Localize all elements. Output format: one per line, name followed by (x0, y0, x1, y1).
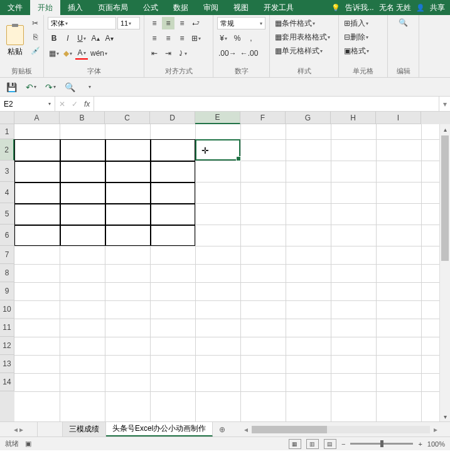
user-name[interactable]: 无名 无姓 (379, 3, 411, 13)
expand-formula-bar[interactable]: ▾ (439, 97, 450, 111)
col-header-A[interactable]: A (14, 112, 60, 124)
col-header-E[interactable]: E (195, 112, 240, 124)
currency-button[interactable]: ¥▾ (217, 32, 230, 45)
zoom-in-button[interactable]: + (418, 440, 422, 448)
number-format-select[interactable]: 常规▾ (217, 17, 265, 29)
percent-button[interactable]: % (231, 32, 244, 45)
row-header-6[interactable]: 6 (0, 225, 14, 246)
vertical-scrollbar[interactable]: ▴ ▾ (439, 124, 450, 421)
view-pagebreak-button[interactable]: ▤ (324, 439, 336, 449)
row-header-12[interactable]: 12 (0, 337, 14, 355)
fill-color-button[interactable]: ◆▾ (62, 47, 74, 60)
sheet-tab-2[interactable]: 头条号Excel办公小动画制作 (106, 422, 213, 436)
delete-cells-button[interactable]: ⊟ 删除▾ (343, 31, 383, 43)
align-middle-button[interactable]: ≡ (162, 17, 174, 29)
view-normal-button[interactable]: ▦ (289, 439, 301, 449)
decrease-decimal-button[interactable]: ←.00 (239, 47, 260, 60)
comma-button[interactable]: , (245, 32, 257, 45)
row-header-5[interactable]: 5 (0, 203, 14, 225)
formula-input[interactable] (94, 97, 439, 111)
row-header-3[interactable]: 3 (0, 161, 14, 182)
align-center-button[interactable]: ≡ (162, 32, 174, 45)
tab-insert[interactable]: 插入 (60, 0, 90, 15)
macro-record-icon[interactable]: ▣ (25, 440, 31, 448)
orientation-button[interactable]: ⤸▾ (176, 47, 188, 60)
enter-icon[interactable]: ✓ (72, 100, 78, 108)
add-sheet-button[interactable]: ⊕ (213, 422, 232, 436)
tab-data[interactable]: 数据 (166, 0, 196, 15)
border-button[interactable]: ▦▾ (48, 47, 60, 60)
tab-file[interactable]: 文件 (0, 0, 30, 15)
row-header-13[interactable]: 13 (0, 355, 14, 373)
font-color-button[interactable]: A▾ (75, 47, 88, 60)
undo-button[interactable]: ↶▾ (24, 81, 38, 93)
qat-customize-button[interactable]: ▾ (83, 81, 95, 93)
format-table-button[interactable]: ▦ 套用表格格式▾ (274, 31, 335, 43)
select-all-corner[interactable] (0, 112, 14, 124)
cells-area[interactable]: ✛ (14, 124, 450, 421)
redo-button[interactable]: ↷▾ (44, 81, 57, 93)
col-header-D[interactable]: D (150, 112, 195, 124)
copy-button[interactable]: ⎘ (29, 31, 41, 43)
tab-home[interactable]: 开始 (30, 0, 60, 15)
horizontal-scrollbar[interactable]: ◂ ▸ (232, 422, 450, 436)
sheet-nav[interactable]: ◂ ▸ (0, 422, 38, 436)
align-left-button[interactable]: ≡ (148, 32, 161, 45)
wrap-text-button[interactable]: ⮐ (190, 17, 202, 29)
row-header-1[interactable]: 1 (0, 124, 14, 139)
align-top-button[interactable]: ≡ (148, 17, 161, 29)
row-header-8[interactable]: 8 (0, 264, 14, 282)
bold-button[interactable]: B (48, 32, 60, 45)
decrease-font-button[interactable]: A▾ (103, 32, 115, 45)
fx-icon[interactable]: fx (84, 100, 90, 108)
col-header-H[interactable]: H (331, 112, 376, 124)
align-right-button[interactable]: ≡ (176, 32, 188, 45)
tab-review[interactable]: 审阅 (196, 0, 226, 15)
row-header-10[interactable]: 10 (0, 300, 14, 319)
zoom-level[interactable]: 100% (427, 440, 445, 448)
format-cells-button[interactable]: ▣ 格式▾ (343, 45, 383, 57)
row-header-4[interactable]: 4 (0, 182, 14, 203)
sheet-tab-1[interactable]: 三模成绩 (63, 422, 106, 436)
align-bottom-button[interactable]: ≡ (176, 17, 188, 29)
tab-layout[interactable]: 页面布局 (90, 0, 136, 15)
row-header-2[interactable]: 2 (0, 139, 14, 161)
tellme-label[interactable]: 告诉我... (345, 3, 374, 13)
font-name-select[interactable]: 宋体▾ (48, 17, 116, 29)
col-header-F[interactable]: F (240, 112, 286, 124)
tab-developer[interactable]: 开发工具 (256, 0, 301, 15)
col-header-C[interactable]: C (105, 112, 150, 124)
italic-button[interactable]: I (62, 32, 74, 45)
phonetic-button[interactable]: wén▾ (89, 47, 109, 60)
print-preview-button[interactable]: 🔍 (63, 81, 77, 93)
insert-cells-button[interactable]: ⊞ 插入▾ (343, 17, 383, 29)
name-box[interactable]: E2▾ (0, 97, 55, 111)
increase-font-button[interactable]: A▴ (89, 32, 102, 45)
col-header-B[interactable]: B (60, 112, 105, 124)
decrease-indent-button[interactable]: ⇤ (148, 47, 161, 60)
col-header-G[interactable]: G (286, 112, 331, 124)
save-button[interactable]: 💾 (5, 81, 18, 93)
col-header-I[interactable]: I (376, 112, 421, 124)
share-label[interactable]: 共享 (430, 3, 445, 13)
find-button[interactable]: 🔍 (392, 17, 415, 28)
row-header-9[interactable]: 9 (0, 282, 14, 300)
row-header-11[interactable]: 11 (0, 319, 14, 337)
underline-button[interactable]: U▾ (75, 32, 88, 45)
cancel-icon[interactable]: ✕ (59, 100, 65, 108)
conditional-format-button[interactable]: ▦ 条件格式▾ (274, 17, 335, 29)
zoom-slider[interactable] (350, 443, 413, 445)
row-header-14[interactable]: 14 (0, 373, 14, 391)
font-size-select[interactable]: 11▾ (117, 17, 140, 29)
cut-button[interactable]: ✂ (29, 17, 41, 29)
cell-styles-button[interactable]: ▦ 单元格样式▾ (274, 45, 335, 57)
view-layout-button[interactable]: ▥ (306, 439, 319, 449)
merge-button[interactable]: ⊞▾ (190, 32, 202, 45)
zoom-out-button[interactable]: − (341, 440, 345, 448)
increase-decimal-button[interactable]: .00→ (217, 47, 238, 60)
format-painter-button[interactable]: 💉 (29, 45, 41, 57)
tab-formulas[interactable]: 公式 (136, 0, 166, 15)
row-header-7[interactable]: 7 (0, 246, 14, 264)
paste-button[interactable]: 粘贴 (4, 17, 26, 65)
tab-view[interactable]: 视图 (226, 0, 256, 15)
